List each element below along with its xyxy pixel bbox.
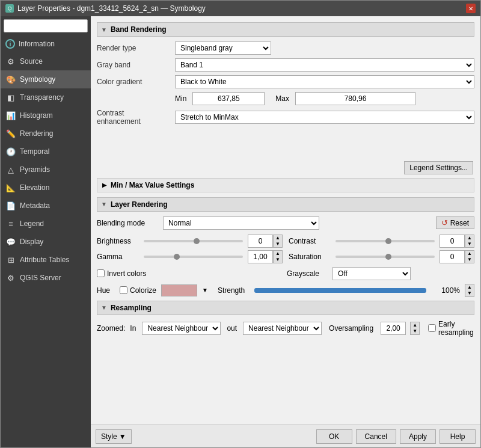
grayscale-select[interactable]: Off By lightness By luminosity By averag… (332, 267, 411, 280)
sidebar-item-display[interactable]: 💬 Display (1, 233, 91, 251)
oversampling-up[interactable]: ▲ (411, 322, 419, 328)
contrast-row: Contrast ▲ ▼ (289, 235, 474, 248)
blending-mode-select[interactable]: Normal Multiply Screen (163, 216, 319, 230)
oversampling-input[interactable] (381, 322, 406, 335)
layer-rendering-body: Blending mode Normal Multiply Screen ↺ R… (97, 216, 474, 297)
resampling-header[interactable]: ▼ Resampling (97, 301, 474, 315)
colorize-checkbox[interactable] (120, 286, 127, 294)
brightness-input[interactable] (248, 235, 273, 248)
early-resampling-checkbox[interactable] (428, 324, 436, 332)
brightness-spinner: ▲ ▼ (248, 235, 283, 248)
apply-button[interactable]: Apply (400, 429, 436, 444)
sidebar-item-attribute-tables[interactable]: ⊞ Attribute Tables (1, 251, 91, 269)
sidebar-item-elevation[interactable]: 📐 Elevation (1, 179, 91, 197)
symbology-icon: 🎨 (5, 74, 16, 85)
gray-band-select[interactable]: Band 1 (175, 58, 474, 72)
oversampling-down[interactable]: ▼ (411, 328, 419, 334)
blending-mode-row: Blending mode Normal Multiply Screen ↺ R… (97, 216, 474, 230)
band-rendering-title: Band Rendering (111, 25, 167, 34)
sidebar-item-symbology[interactable]: 🎨 Symbology (1, 70, 91, 88)
saturation-track[interactable] (335, 256, 435, 258)
hue-dropdown-arrow[interactable]: ▼ (202, 287, 208, 293)
gamma-input[interactable] (248, 250, 273, 263)
search-input[interactable] (4, 19, 88, 32)
display-icon: 💬 (5, 236, 16, 247)
sidebar-label-information: Information (19, 40, 55, 48)
min-input[interactable] (192, 92, 265, 105)
strength-up[interactable]: ▲ (465, 284, 474, 290)
hue-color-box[interactable] (161, 284, 197, 296)
color-gradient-select[interactable]: Black to White (175, 75, 474, 88)
strength-bar[interactable] (254, 288, 426, 293)
sidebar-item-rendering[interactable]: ✏️ Rendering (1, 124, 91, 143)
sidebar-item-metadata[interactable]: 📄 Metadata (1, 197, 91, 215)
main-panel: ▼ Band Rendering Render type Singleband … (91, 16, 480, 447)
saturation-down[interactable]: ▼ (465, 257, 474, 263)
contrast-enhancement-label: Contrastenhancement (97, 109, 175, 126)
ok-button[interactable]: OK (316, 429, 352, 444)
brightness-label: Brightness (97, 237, 139, 245)
gamma-down[interactable]: ▼ (274, 257, 282, 263)
brightness-up[interactable]: ▲ (274, 235, 282, 241)
cancel-button[interactable]: Cancel (356, 429, 396, 444)
saturation-up[interactable]: ▲ (465, 251, 474, 257)
sidebar-item-transparency[interactable]: ◧ Transparency (1, 88, 91, 106)
sidebar-item-information[interactable]: i Information (1, 35, 91, 52)
max-label: Max (275, 94, 289, 103)
max-input[interactable] (295, 92, 415, 105)
contrast-track[interactable] (335, 240, 435, 242)
oversampling-label: Oversampling (329, 324, 373, 333)
sidebar-item-source[interactable]: ⚙ Source (1, 52, 91, 70)
source-icon: ⚙ (5, 56, 16, 67)
contrast-input[interactable] (440, 235, 465, 248)
rendering-icon: ✏️ (5, 128, 16, 139)
invert-colors-checkbox[interactable] (97, 269, 105, 277)
reset-button[interactable]: ↺ Reset (436, 216, 474, 229)
gamma-up[interactable]: ▲ (274, 251, 282, 257)
gray-band-label: Gray band (97, 61, 175, 69)
contrast-spinner: ▲ ▼ (440, 235, 474, 248)
help-button[interactable]: Help (440, 429, 476, 444)
brightness-track[interactable] (144, 240, 243, 242)
pyramids-icon: △ (5, 164, 16, 175)
render-type-label: Render type (97, 44, 175, 52)
minmax-title: Min / Max Value Settings (111, 181, 194, 189)
sidebar-label-display: Display (20, 238, 43, 246)
sidebar-item-legend[interactable]: ≡ Legend (1, 215, 91, 233)
sidebar-item-histogram[interactable]: 📊 Histogram (1, 106, 91, 124)
minmax-arrow: ▶ (102, 182, 107, 188)
close-button[interactable]: ✕ (466, 4, 476, 13)
saturation-input[interactable] (440, 250, 465, 263)
strength-spinners: ▲ ▼ (465, 284, 474, 297)
layer-rendering-header[interactable]: ▼ Layer Rendering (97, 197, 474, 212)
zoom-in-select[interactable]: Nearest Neighbour Bilinear Cubic (142, 322, 221, 335)
gamma-track[interactable] (144, 256, 243, 258)
brightness-down[interactable]: ▼ (274, 241, 282, 247)
sidebar-item-qgis-server[interactable]: ⚙ QGIS Server (1, 269, 91, 287)
style-label: Style (101, 432, 117, 441)
zoom-out-select[interactable]: Nearest Neighbour Bilinear Cubic (243, 322, 322, 335)
contrast-enhancement-select[interactable]: Stretch to MinMax (175, 111, 474, 124)
gamma-label: Gamma (97, 253, 139, 261)
contrast-up[interactable]: ▲ (465, 235, 474, 241)
sidebar-item-pyramids[interactable]: △ Pyramids (1, 161, 91, 179)
metadata-icon: 📄 (5, 200, 16, 211)
strength-down[interactable]: ▼ (465, 290, 474, 296)
spacer1: Legend Settings... (97, 130, 474, 178)
minmax-value-settings-header[interactable]: ▶ Min / Max Value Settings (97, 178, 474, 192)
legend-settings-button[interactable]: Legend Settings... (404, 161, 473, 174)
colorize-label: Colorize (130, 286, 156, 295)
contrast-slider-label: Contrast (289, 237, 331, 245)
out-label: out (227, 324, 237, 333)
zoomed-label: Zoomed: (97, 324, 125, 333)
band-rendering-header[interactable]: ▼ Band Rendering (97, 22, 474, 37)
contrast-down[interactable]: ▼ (465, 241, 474, 247)
information-icon: i (5, 39, 15, 49)
render-type-select[interactable]: Singleband gray (175, 41, 271, 55)
style-button[interactable]: Style ▼ (96, 429, 132, 444)
sidebar-label-temporal: Temporal (20, 147, 49, 156)
sidebar-item-temporal[interactable]: 🕐 Temporal (1, 143, 91, 161)
sidebar-label-transparency: Transparency (20, 93, 64, 102)
grayscale-row: Grayscale Off By lightness By luminosity… (287, 267, 474, 280)
colorize-checkbox-row: Colorize (120, 286, 156, 295)
